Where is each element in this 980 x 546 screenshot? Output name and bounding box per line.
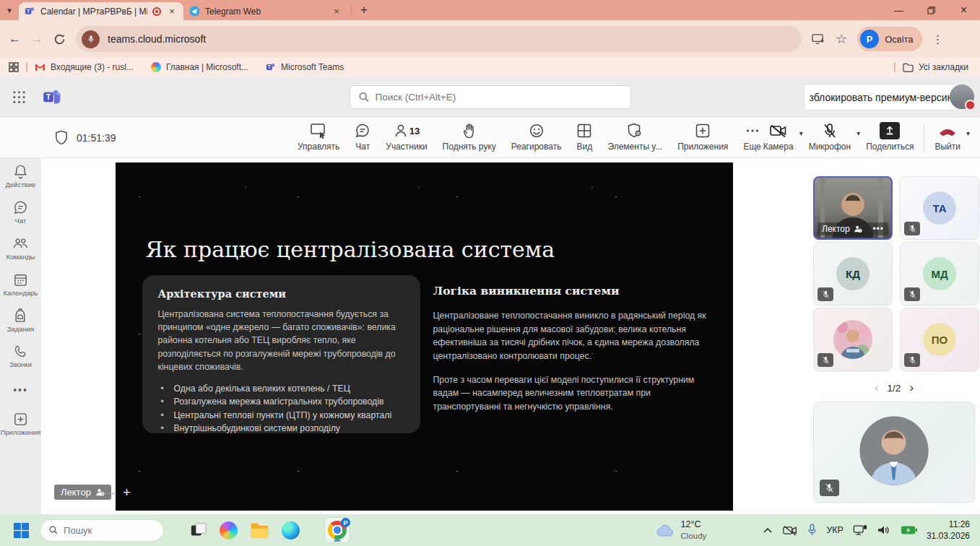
manage-button[interactable]: Управлять xyxy=(298,122,339,152)
profile-avatar: P xyxy=(860,30,879,48)
task-view-button[interactable] xyxy=(190,521,207,539)
column-paragraph: Проте з часом переваги цієї моделі посту… xyxy=(433,373,716,414)
mic-options-chevron-icon[interactable]: ▾ xyxy=(857,129,860,137)
mic-muted-icon xyxy=(904,353,920,367)
new-tab-button[interactable]: + xyxy=(355,1,373,20)
participant-tile-ta[interactable]: ТА xyxy=(900,176,979,240)
sidebar-item-calls[interactable]: Звонки xyxy=(9,344,32,368)
tray-chevron-up-icon[interactable] xyxy=(763,526,773,534)
person-question-icon: ? xyxy=(854,225,862,233)
presenter-name-pill[interactable]: Лектор ? xyxy=(54,485,111,500)
forward-icon[interactable]: → xyxy=(31,32,43,46)
tab-close-icon[interactable]: × xyxy=(166,6,178,17)
pager-next-icon[interactable]: › xyxy=(909,381,914,395)
address-bar[interactable]: teams.cloud.microsoft xyxy=(76,26,802,52)
participant-tile-po[interactable]: ПО xyxy=(900,308,979,371)
mic-button[interactable]: Микрофон xyxy=(809,122,851,152)
taskbar-search-input[interactable] xyxy=(64,525,155,536)
participant-tile-photo[interactable] xyxy=(813,308,893,371)
bookmark-copilot[interactable]: Главная | Microsoft... xyxy=(151,62,248,72)
copilot-button[interactable] xyxy=(220,521,238,540)
window-minimize-button[interactable]: — xyxy=(883,0,915,20)
participant-tile-md[interactable]: МД xyxy=(900,242,979,306)
bookmark-gmail[interactable]: Входящие (3) - rusl... xyxy=(35,62,134,72)
sidebar-item-teams[interactable]: Команды xyxy=(6,236,35,261)
leave-button[interactable]: Выйти xyxy=(935,122,961,152)
sidebar-item-activity[interactable]: Действие xyxy=(6,164,36,188)
unlock-premium-button[interactable]: зблокировать премиум-версию xyxy=(804,84,957,110)
sidebar-item-calendar[interactable]: Календарь xyxy=(4,272,38,297)
bookmark-star-icon[interactable]: ☆ xyxy=(836,31,847,47)
participant-tile-kd[interactable]: КД xyxy=(813,242,893,306)
pager-prev-icon[interactable]: ‹ xyxy=(875,381,879,395)
network-icon[interactable] xyxy=(853,524,867,537)
raise-hand-button[interactable]: Поднять руку xyxy=(443,122,496,152)
tab-close-icon[interactable]: × xyxy=(331,6,342,17)
tray-mic-icon[interactable] xyxy=(807,524,817,537)
svg-text:T: T xyxy=(27,9,30,14)
tab-telegram[interactable]: Telegram Web × xyxy=(183,2,348,20)
participant-initials: ПО xyxy=(923,323,956,356)
bookmark-teams[interactable]: T Microsoft Teams xyxy=(266,62,344,72)
tray-camera-off-icon[interactable] xyxy=(782,524,798,537)
sidebar-item-apps[interactable]: Приложения xyxy=(1,412,41,436)
slide-logic-column: Логіка виникнення системи Централізоване… xyxy=(433,284,716,414)
participants-button[interactable]: 13 Участники xyxy=(386,122,427,152)
participant-tile-large[interactable] xyxy=(813,402,975,503)
tab-search-chevron-icon[interactable]: ▾ xyxy=(0,6,19,15)
leave-options-chevron-icon[interactable]: ▾ xyxy=(966,129,970,137)
participant-tile-lecturer[interactable]: Лектор ? ••• xyxy=(813,176,893,240)
more-button[interactable]: Еще xyxy=(743,122,760,152)
browser-profile-chip[interactable]: P Освіта xyxy=(857,27,922,51)
language-indicator[interactable]: УКР xyxy=(826,525,844,535)
zoom-out-button[interactable]: — xyxy=(105,486,116,498)
mic-muted-icon xyxy=(904,222,920,235)
reload-icon[interactable] xyxy=(53,33,66,46)
window-close-button[interactable]: × xyxy=(948,0,980,20)
site-mic-permission-icon[interactable] xyxy=(82,30,100,48)
back-icon[interactable]: ← xyxy=(9,32,21,46)
edge-button[interactable] xyxy=(282,521,300,540)
camera-options-chevron-icon[interactable]: ▾ xyxy=(799,129,803,137)
view-button[interactable]: Вид xyxy=(576,122,592,152)
teams-logo-icon[interactable]: T xyxy=(42,87,61,107)
all-bookmarks-button[interactable]: Усі закладки xyxy=(903,62,968,72)
weather-widget[interactable]: 12°C Cloudy xyxy=(656,519,707,541)
react-button[interactable]: Реагировать xyxy=(511,122,562,152)
battery-icon[interactable] xyxy=(901,525,918,535)
browser-menu-icon[interactable]: ⋮ xyxy=(932,32,944,46)
tile-menu-icon[interactable]: ••• xyxy=(872,224,884,234)
tab-teams-calendar[interactable]: T Calendar | МРтаРВРвБ | Міс × xyxy=(19,2,183,20)
install-app-icon[interactable] xyxy=(812,33,825,46)
volume-icon[interactable] xyxy=(877,524,891,536)
pager-label: 1/2 xyxy=(888,383,901,394)
people-group-icon xyxy=(12,236,29,251)
chrome-active-button[interactable]: P xyxy=(324,517,350,543)
apps-grid-icon[interactable] xyxy=(9,62,19,72)
tab-title: Telegram Web xyxy=(205,6,326,17)
weather-temp: 12°C xyxy=(681,519,707,531)
teams-search-input[interactable] xyxy=(376,92,622,103)
chat-button[interactable]: Чат xyxy=(355,122,370,152)
sidebar-item-assignments[interactable]: Задания xyxy=(7,308,35,333)
window-restore-button[interactable] xyxy=(915,0,948,20)
slide-architecture-card: Архітектура системи Централізована систе… xyxy=(142,275,420,433)
apps-button[interactable]: Приложения xyxy=(677,122,728,152)
start-button[interactable] xyxy=(13,522,30,539)
sidebar-item-chat[interactable]: Чат xyxy=(13,200,28,225)
meeting-elements-button[interactable]: Элементы у... xyxy=(607,122,662,152)
svg-text:?: ? xyxy=(101,492,103,496)
bullet-item: Внутрішньобудинкові системи розподілу xyxy=(158,422,404,435)
user-avatar[interactable] xyxy=(950,84,974,109)
card-heading: Архітектура системи xyxy=(158,287,404,300)
file-explorer-button[interactable] xyxy=(250,522,269,539)
zoom-in-button[interactable]: + xyxy=(123,485,131,500)
app-launcher-waffle-icon[interactable] xyxy=(12,90,26,104)
teams-search-box[interactable] xyxy=(350,85,631,109)
camera-button[interactable]: Камера xyxy=(763,122,794,152)
taskbar-search-box[interactable] xyxy=(40,519,164,542)
share-button[interactable]: Поделиться xyxy=(866,122,914,152)
meeting-stage: Як працює централізована система Архітек… xyxy=(41,158,807,514)
sidebar-more-icon[interactable]: ••• xyxy=(13,384,28,396)
taskbar-clock[interactable]: 11:26 31.03.2026 xyxy=(927,519,970,542)
